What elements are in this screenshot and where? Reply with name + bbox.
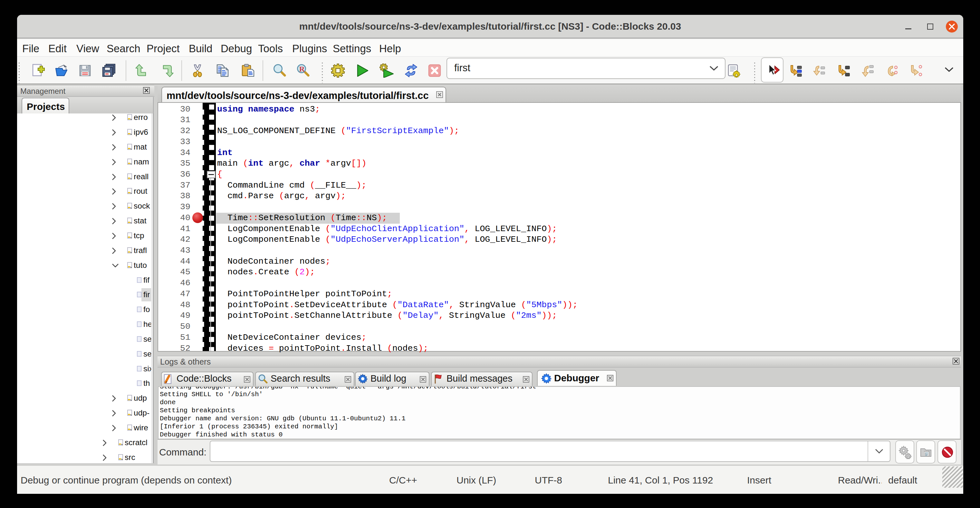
svg-text:R: R (299, 65, 305, 73)
